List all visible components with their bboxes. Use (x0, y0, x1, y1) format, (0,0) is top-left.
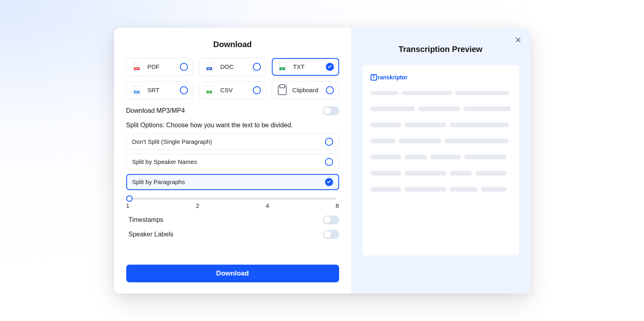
split-option-none[interactable]: Don't Split (Single Paragraph) (126, 134, 339, 150)
format-option-pdf[interactable]: PDF PDF (126, 58, 194, 76)
csv-file-icon: csv (204, 85, 215, 96)
format-label: PDF (148, 63, 180, 70)
paragraph-count-slider: 1 2 4 8 (126, 195, 339, 209)
brand-logo-icon: T (371, 74, 377, 81)
clipboard-icon (278, 85, 287, 95)
brand-logo: T ranskriptor (371, 74, 511, 81)
skeleton-row (371, 187, 511, 192)
toggle-knob (324, 216, 331, 224)
radio-unselected-icon (325, 138, 333, 146)
speaker-labels-row: Speaker Labels (129, 230, 339, 239)
svg-text:TXT: TXT (281, 68, 284, 70)
timestamps-toggle[interactable] (323, 215, 339, 224)
radio-unselected-icon (326, 86, 334, 94)
slider-thumb[interactable] (126, 195, 133, 202)
pdf-file-icon: PDF (131, 61, 143, 72)
slider-mark: 2 (196, 202, 199, 209)
split-option-label: Split by Paragraphs (132, 178, 185, 185)
slider-marks: 1 2 4 8 (126, 202, 339, 209)
close-icon (515, 37, 521, 43)
split-option-paragraph[interactable]: Split by Paragraphs (126, 174, 339, 190)
format-label: DOC (220, 63, 253, 70)
radio-unselected-icon (253, 86, 261, 94)
close-button[interactable] (513, 35, 523, 45)
timestamps-row: Timestamps (129, 215, 339, 224)
download-modal: Download PDF PDF Doc DOC TXT (114, 28, 530, 294)
radio-unselected-icon (180, 63, 188, 71)
skeleton-row (371, 171, 511, 176)
skeleton-row (371, 91, 511, 95)
download-media-label: Download MP3/MP4 (126, 107, 185, 114)
timestamps-label: Timestamps (129, 216, 164, 224)
svg-text:Doc: Doc (208, 68, 211, 70)
speaker-labels-toggle[interactable] (323, 230, 339, 239)
preview-document: T ranskriptor (363, 65, 519, 255)
skeleton-row (371, 139, 511, 143)
split-option-label: Split by Speaker Names (132, 158, 197, 165)
format-option-clipboard[interactable]: Clipboard (272, 81, 339, 99)
split-option-speaker[interactable]: Split by Speaker Names (126, 154, 339, 170)
download-media-toggle[interactable] (323, 106, 339, 115)
format-option-txt[interactable]: TXT TXT (272, 58, 339, 76)
format-label: Clipboard (292, 87, 326, 93)
format-label: SRT (148, 87, 180, 93)
preview-title: Transcription Preview (363, 45, 519, 54)
preview-panel: Transcription Preview T ranskriptor (351, 28, 530, 294)
srt-file-icon: SRT (131, 85, 143, 96)
format-option-doc[interactable]: Doc DOC (199, 58, 266, 76)
svg-text:csv: csv (208, 91, 211, 93)
brand-text: ranskriptor (378, 74, 408, 81)
doc-file-icon: Doc (204, 61, 215, 72)
radio-unselected-icon (253, 63, 261, 71)
svg-text:SRT: SRT (135, 91, 138, 93)
toggle-knob (324, 231, 331, 238)
modal-title: Download (126, 40, 339, 49)
slider-mark: 8 (336, 202, 339, 209)
download-options-panel: Download PDF PDF Doc DOC TXT (114, 28, 351, 294)
skeleton-row (371, 106, 511, 111)
radio-selected-icon (326, 63, 334, 71)
radio-unselected-icon (180, 86, 188, 94)
format-grid: PDF PDF Doc DOC TXT TXT (126, 58, 339, 99)
split-section-label: Split Options: Choose how you want the t… (126, 122, 339, 129)
split-option-label: Don't Split (Single Paragraph) (132, 138, 212, 145)
format-label: CSV (220, 87, 253, 93)
download-button[interactable]: Download (126, 265, 339, 282)
radio-unselected-icon (325, 158, 333, 166)
slider-mark: 1 (126, 202, 129, 209)
download-media-row: Download MP3/MP4 (126, 106, 339, 115)
skeleton-row (371, 155, 511, 159)
txt-file-icon: TXT (277, 61, 288, 72)
format-option-csv[interactable]: csv CSV (199, 81, 266, 99)
format-label: TXT (293, 63, 326, 70)
svg-text:PDF: PDF (135, 68, 138, 70)
slider-mark: 4 (266, 202, 269, 209)
format-option-srt[interactable]: SRT SRT (126, 81, 194, 99)
skeleton-row (371, 122, 511, 127)
slider-track[interactable] (129, 197, 336, 200)
speaker-labels-label: Speaker Labels (129, 231, 173, 238)
radio-selected-icon (325, 178, 333, 186)
toggle-knob (324, 107, 331, 114)
